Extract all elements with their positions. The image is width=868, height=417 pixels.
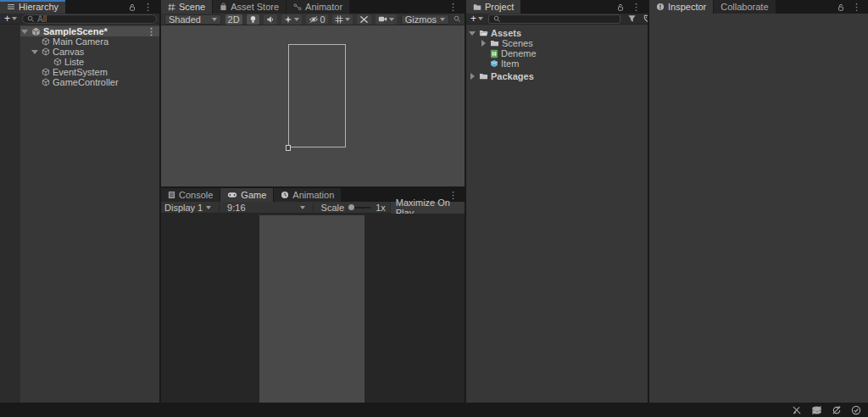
scene-visibility-button[interactable]: 0 xyxy=(306,14,328,25)
tab-collaborate[interactable]: Collaborate xyxy=(714,0,776,14)
tools-icon xyxy=(359,15,369,24)
foldout-open-icon[interactable] xyxy=(31,50,39,54)
tab-asset-store[interactable]: Asset Store xyxy=(213,0,287,14)
kebab-menu-icon[interactable]: ⋮ xyxy=(142,3,154,12)
tab-inspector[interactable]: Inspector xyxy=(649,0,714,14)
project-search[interactable] xyxy=(488,14,620,24)
project-row-scenes[interactable]: Scenes xyxy=(479,38,648,48)
lightbulb-icon xyxy=(249,15,257,24)
tab-game[interactable]: Game xyxy=(220,188,274,202)
lock-icon[interactable] xyxy=(128,3,136,12)
tab-hierarchy[interactable]: Hierarchy xyxy=(0,0,66,14)
scene-viewport[interactable] xyxy=(161,25,465,186)
speaker-icon xyxy=(266,15,275,24)
kebab-menu-icon[interactable]: ⋮ xyxy=(630,3,643,12)
refresh-disabled-icon[interactable] xyxy=(832,405,842,415)
tab-game-label: Game xyxy=(241,190,266,200)
scene-toolbar: Shaded 2D xyxy=(161,14,465,25)
project-row-item[interactable]: Item xyxy=(479,58,648,69)
lock-icon[interactable] xyxy=(616,3,625,12)
component-tools-button[interactable] xyxy=(357,14,371,25)
kebab-menu-icon[interactable]: ⋮ xyxy=(447,3,459,12)
chevron-down-icon xyxy=(212,18,217,21)
hierarchy-content: SampleScene* ⋮ Main Camera xyxy=(0,25,159,403)
scale-slider[interactable] xyxy=(348,204,371,210)
foldout-open-icon[interactable] xyxy=(20,30,29,34)
editor-main-area: Hierarchy ⋮ + xyxy=(0,0,868,403)
hierarchy-row-main-camera[interactable]: Main Camera xyxy=(31,36,159,47)
effects-sparkle-icon xyxy=(284,15,292,24)
audio-toggle-button[interactable] xyxy=(264,14,277,25)
rect-tool-handle[interactable] xyxy=(286,145,291,151)
hierarchy-row-liste[interactable]: Liste xyxy=(42,57,159,67)
scene-kebab-icon[interactable]: ⋮ xyxy=(145,27,158,36)
kebab-menu-icon[interactable]: ⋮ xyxy=(850,3,863,12)
progress-ok-icon[interactable] xyxy=(851,405,861,415)
tab-project[interactable]: Project xyxy=(466,0,521,14)
draw-mode-dropdown[interactable]: Shaded xyxy=(164,14,221,25)
gamepad-icon xyxy=(227,192,237,198)
grid-snapping-button[interactable] xyxy=(332,14,353,25)
foldout-closed-icon[interactable] xyxy=(468,73,476,80)
project-search-input[interactable] xyxy=(504,14,615,24)
gizmos-label: Gizmos xyxy=(405,14,437,25)
tab-console[interactable]: Console xyxy=(161,188,220,202)
asset-label: Item xyxy=(501,58,519,69)
foldout-open-icon[interactable] xyxy=(468,31,476,36)
scene-search-icon[interactable] xyxy=(453,15,461,23)
folder-label: Packages xyxy=(491,71,534,81)
project-row-assets[interactable]: Assets xyxy=(468,28,648,38)
tab-animation-label: Animation xyxy=(292,190,334,200)
draw-mode-label: Shaded xyxy=(169,14,201,25)
unity-editor-window: Hierarchy ⋮ + xyxy=(0,0,868,417)
lock-icon[interactable] xyxy=(837,3,845,12)
cache-server-disabled-icon[interactable] xyxy=(792,405,802,415)
chevron-down-icon xyxy=(389,18,394,21)
lighting-toggle-button[interactable] xyxy=(247,14,259,25)
maximize-on-play-button[interactable]: Maximize On Play xyxy=(390,202,465,214)
search-icon xyxy=(27,15,35,23)
folder-icon xyxy=(473,3,481,11)
inspector-content xyxy=(649,14,868,403)
tab-animation[interactable]: Animation xyxy=(274,188,342,202)
scene-name-label: SampleScene* xyxy=(43,26,108,36)
hierarchy-search[interactable] xyxy=(22,14,157,24)
hierarchy-row-gamecontroller[interactable]: GameController xyxy=(31,77,159,87)
search-by-type-icon[interactable] xyxy=(627,14,637,23)
project-row-deneme[interactable]: Deneme xyxy=(479,48,648,58)
scene-section: Scene Asset Store Animator xyxy=(161,0,465,186)
plus-icon: + xyxy=(470,13,476,25)
scene-camera-button[interactable] xyxy=(376,14,397,25)
hierarchy-tree: SampleScene* ⋮ Main Camera xyxy=(20,25,159,403)
game-viewport[interactable] xyxy=(161,214,465,403)
foldout-closed-icon[interactable] xyxy=(479,40,487,47)
shopping-bag-icon xyxy=(220,3,227,11)
hierarchy-create-button[interactable]: + xyxy=(3,13,19,25)
tab-console-label: Console xyxy=(179,190,213,200)
tab-project-label: Project xyxy=(485,2,514,12)
hierarchy-row-canvas[interactable]: Canvas xyxy=(31,47,159,57)
aspect-ratio-dropdown[interactable]: 9:16 xyxy=(224,203,309,213)
slider-knob[interactable] xyxy=(348,204,354,210)
aspect-label: 9:16 xyxy=(227,203,245,213)
hierarchy-row-scene[interactable]: SampleScene* ⋮ xyxy=(20,26,159,36)
project-row-packages[interactable]: Packages xyxy=(468,71,648,81)
tab-hierarchy-label: Hierarchy xyxy=(19,2,58,12)
effects-dropdown-button[interactable] xyxy=(281,14,302,25)
gizmos-dropdown[interactable]: Gizmos xyxy=(401,14,449,25)
project-tree: Assets Scenes Deneme xyxy=(466,25,648,403)
collab-disabled-icon[interactable] xyxy=(811,405,822,415)
project-create-button[interactable]: + xyxy=(469,13,485,25)
gameobject-label: Canvas xyxy=(53,47,84,57)
folder-label: Scenes xyxy=(502,38,533,48)
tab-animator[interactable]: Animator xyxy=(287,0,350,14)
animator-flow-icon xyxy=(293,3,302,11)
2d-toggle-button[interactable]: 2D xyxy=(225,14,242,25)
display-dropdown[interactable]: Display 1 xyxy=(161,203,214,213)
tab-scene[interactable]: Scene xyxy=(161,0,213,14)
hierarchy-row-eventsystem[interactable]: EventSystem xyxy=(31,67,159,77)
hierarchy-search-input[interactable] xyxy=(37,14,152,24)
prefab-cube-icon xyxy=(490,59,498,68)
canvas-outline[interactable] xyxy=(288,44,346,147)
scale-label: Scale xyxy=(321,203,345,213)
